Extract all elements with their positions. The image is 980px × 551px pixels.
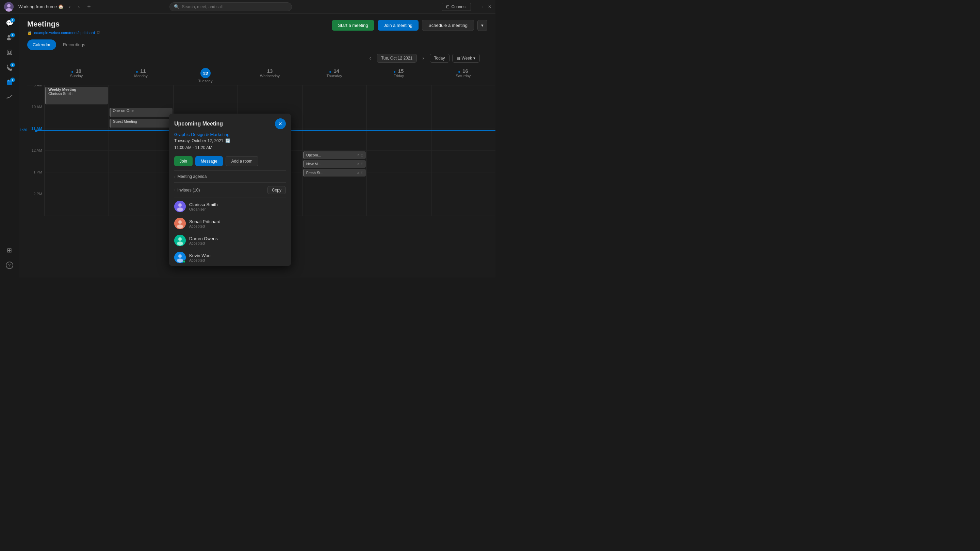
thu-12am[interactable]: Upcom... ↺ 🗓 New M... ↺ 🗓 Fresh St... ↺ … <box>302 151 366 172</box>
event-one-on-one[interactable]: One-on-One <box>110 108 172 117</box>
thu-9am[interactable] <box>302 86 366 107</box>
sun-10am[interactable] <box>44 107 108 129</box>
search-input[interactable] <box>182 5 288 9</box>
sidebar-item-help[interactable]: ? <box>3 259 16 272</box>
fri-1pm[interactable] <box>366 172 431 194</box>
fri-11am[interactable] <box>366 129 431 151</box>
mon-1pm[interactable] <box>108 172 173 194</box>
close-button[interactable]: ✕ <box>488 5 492 9</box>
sat-9am[interactable] <box>431 86 495 107</box>
mon-2pm[interactable] <box>108 194 173 216</box>
invitees-label[interactable]: › Invitees (10) <box>174 188 200 192</box>
tue-9am[interactable] <box>173 86 237 107</box>
event-upcom-thu[interactable]: Upcom... ↺ 🗓 <box>303 151 366 159</box>
week-icon: ▦ <box>457 56 460 60</box>
sat-11am[interactable] <box>431 129 495 151</box>
minimize-button[interactable]: ─ <box>477 5 480 9</box>
sidebar-item-analytics[interactable] <box>3 91 16 105</box>
meeting-popup: Upcoming Meeting ✕ Graphic Design & Mark… <box>169 114 291 266</box>
connect-button[interactable]: ⊡ Connect <box>442 3 471 11</box>
sat-10am[interactable] <box>431 107 495 129</box>
popup-meeting-link[interactable]: Graphic Design & Marketing <box>169 132 235 138</box>
sidebar-item-apps[interactable]: ⊞ <box>3 243 16 257</box>
sun-9am[interactable]: Weekly Meeting Clarissa Smith <box>44 86 108 107</box>
start-meeting-button[interactable]: Start a meeting <box>332 20 374 30</box>
mon-12am[interactable] <box>108 151 173 172</box>
back-button[interactable]: ‹ <box>67 3 73 10</box>
apps-icon: ⊞ <box>7 246 12 254</box>
fri-12am[interactable] <box>366 151 431 172</box>
sat-12am[interactable] <box>431 151 495 172</box>
svg-point-11 <box>177 208 183 211</box>
search-bar[interactable]: 🔍 <box>169 2 292 11</box>
invitee-name-clarissa: Clarissa Smith <box>189 202 218 207</box>
sat-1pm[interactable] <box>431 172 495 194</box>
invitee-avatar-darren <box>174 235 186 246</box>
calendar-next-button[interactable]: › <box>420 54 427 63</box>
avatar[interactable] <box>4 2 14 11</box>
popup-join-button[interactable]: Join <box>174 156 192 166</box>
sidebar-item-calls[interactable]: 1 <box>3 61 16 75</box>
time-10am: 10 AM <box>27 107 44 129</box>
schedule-meeting-button[interactable]: Schedule a meeting <box>422 20 474 31</box>
mon-11am[interactable] <box>108 129 173 151</box>
sun-1pm[interactable] <box>44 172 108 194</box>
forward-button[interactable]: › <box>76 3 82 10</box>
sidebar-item-people[interactable] <box>3 46 16 60</box>
url-icon: 🔒 <box>27 30 32 35</box>
sat-2pm[interactable] <box>431 194 495 216</box>
popup-message-button[interactable]: Message <box>195 156 223 166</box>
week-button[interactable]: ▦ Week ▾ <box>452 54 480 63</box>
event-subtitle: Clarissa Smith <box>48 92 106 95</box>
mon-10am[interactable]: One-on-One Guest Meeting <box>108 107 173 129</box>
join-meeting-button[interactable]: Join a meeting <box>378 20 419 30</box>
event-guest-meeting[interactable]: Guest Meeting <box>110 119 172 127</box>
thu-11am[interactable] <box>302 129 366 151</box>
sidebar: 💬 4 1 <box>0 14 19 278</box>
invitee-status-kevin: Accepted <box>189 258 211 262</box>
svg-point-19 <box>178 254 182 258</box>
event-weekly-meeting[interactable]: Weekly Meeting Clarissa Smith <box>45 87 108 105</box>
header-dropdown-button[interactable]: ▾ <box>477 20 487 31</box>
popup-add-room-button[interactable]: Add a room <box>226 156 258 166</box>
thu-10am[interactable] <box>302 107 366 129</box>
mon-9am[interactable] <box>108 86 173 107</box>
popup-header: Upcoming Meeting ✕ <box>169 114 291 132</box>
invitee-status-darren: Accepted <box>189 241 218 245</box>
today-button[interactable]: Today <box>430 54 450 63</box>
wed-9am[interactable] <box>237 86 302 107</box>
tue-num: 12 <box>200 68 211 78</box>
day-header-mon: 11 Monday <box>108 66 173 86</box>
sun-12am[interactable] <box>44 151 108 172</box>
copy-button[interactable]: Copy <box>267 186 286 194</box>
day-header-sun: 10 Sunday <box>44 66 108 86</box>
invitee-clarissa: Clarissa Smith Organiser <box>169 198 291 215</box>
popup-close-button[interactable]: ✕ <box>275 118 286 129</box>
kevin-online-dot <box>183 260 185 263</box>
agenda-chevron-icon: › <box>174 175 175 179</box>
fri-10am[interactable] <box>366 107 431 129</box>
tab-calendar[interactable]: Calendar <box>27 40 56 50</box>
fri-9am[interactable] <box>366 86 431 107</box>
sidebar-item-meetings[interactable]: 1 <box>3 76 16 90</box>
tab-recordings[interactable]: Recordings <box>57 40 91 50</box>
sidebar-item-contacts[interactable]: 1 <box>3 31 16 45</box>
event-freshst-thu[interactable]: Fresh St... ↺ 🗓 <box>303 169 366 176</box>
thu-num: 14 <box>334 68 339 74</box>
add-tab-button[interactable]: + <box>85 2 93 11</box>
calendar-prev-button[interactable]: ‹ <box>367 54 374 63</box>
thu-2pm[interactable] <box>302 194 366 216</box>
maximize-button[interactable]: □ <box>483 5 485 9</box>
tab-title: Working from home 🏠 <box>18 4 64 9</box>
sun-2pm[interactable] <box>44 194 108 216</box>
event-newm-thu[interactable]: New M... ↺ 🗓 <box>303 160 366 168</box>
fri-2pm[interactable] <box>366 194 431 216</box>
thu-name: Thursday <box>302 74 366 78</box>
date-range-button[interactable]: Tue, Oct 12 2021 <box>377 54 417 63</box>
time-9am: 9 AM <box>27 86 44 107</box>
sidebar-item-messages[interactable]: 💬 4 <box>3 16 16 30</box>
sun-11am[interactable] <box>44 129 108 151</box>
popup-meeting-agenda[interactable]: › Meeting agenda <box>169 171 291 182</box>
tabs-bar: Calendar Recordings <box>19 40 495 50</box>
copy-url-button[interactable]: ⧉ <box>97 30 100 35</box>
